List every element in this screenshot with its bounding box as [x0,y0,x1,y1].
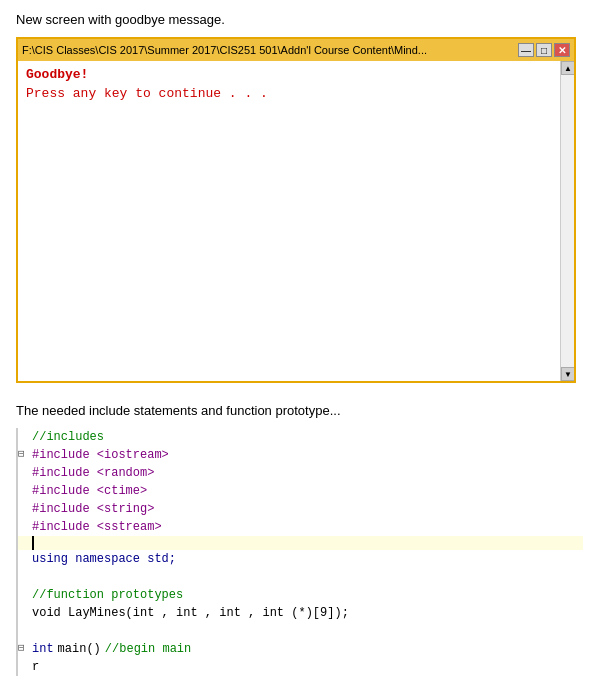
code-line-r: r [32,658,583,676]
include-iostream: #include <iostream> [32,446,169,464]
collapse-icon[interactable]: ⊟ [18,446,30,463]
code-line-blank [18,568,583,586]
code-line-ctime: #include <ctime> [32,482,583,500]
code-line-comment-prototypes: //function prototypes [18,586,583,604]
code-line-string: #include <string> [32,500,583,518]
comment-prototypes: //function prototypes [32,586,183,604]
collapse-main-icon[interactable]: ⊟ [18,640,30,657]
top-description: New screen with goodbye message. [16,12,583,27]
terminal-titlebar: F:\CIS Classes\CIS 2017\Summer 2017\CIS2… [18,39,574,61]
close-button[interactable]: ✕ [554,43,570,57]
include-ctime: #include <ctime> [32,482,147,500]
scroll-up-arrow[interactable]: ▲ [561,61,574,75]
minimize-button[interactable]: — [518,43,534,57]
include-string: #include <string> [32,500,154,518]
terminal-controls: — □ ✕ [518,43,570,57]
text-cursor [32,536,34,550]
press-any-key-text: Press any key to continue . . . [26,86,550,101]
terminal-content: Goodbye! Press any key to continue . . . [26,67,566,101]
include-sstream: #include <sstream> [32,518,162,536]
code-line-cursor [18,536,583,550]
scroll-thumb[interactable] [561,75,574,367]
code-line-random: #include <random> [32,464,583,482]
code-line-comment-includes: //includes [18,428,583,446]
goodbye-text: Goodbye! [26,67,550,82]
code-block: //includes ⊟ #include <iostream> #includ… [16,428,583,676]
using-namespace: using namespace std; [32,550,176,568]
scroll-down-arrow[interactable]: ▼ [561,367,574,381]
main-function: main() [58,640,101,658]
terminal-title: F:\CIS Classes\CIS 2017\Summer 2017\CIS2… [22,44,512,56]
code-line-main: ⊟ int main() //begin main [18,640,583,658]
r-text: r [32,658,39,676]
comment-includes: //includes [32,428,104,446]
code-line-sstream: #include <sstream> [32,518,583,536]
code-line-iostream: ⊟ #include <iostream> [18,446,583,464]
int-keyword: int [32,640,54,658]
bottom-description: The needed include statements and functi… [16,403,583,418]
terminal-window: F:\CIS Classes\CIS 2017\Summer 2017\CIS2… [16,37,576,383]
code-line-blank2 [18,622,583,640]
code-line-using: using namespace std; [18,550,583,568]
terminal-body: Goodbye! Press any key to continue . . .… [18,61,574,381]
maximize-button[interactable]: □ [536,43,552,57]
terminal-scrollbar[interactable]: ▲ ▼ [560,61,574,381]
include-random: #include <random> [32,464,154,482]
begin-main-comment: //begin main [105,640,191,658]
void-laymines: void LayMines(int , int , int , int (*)[… [32,604,349,622]
code-line-laymines: void LayMines(int , int , int , int (*)[… [18,604,583,622]
